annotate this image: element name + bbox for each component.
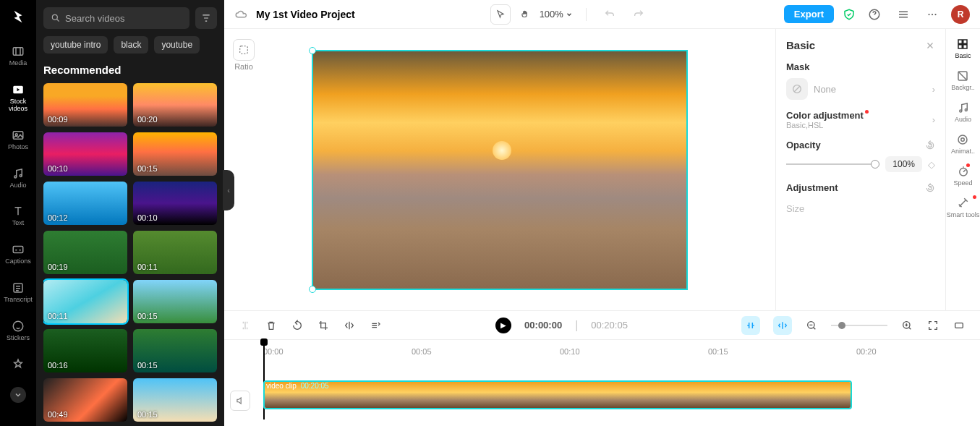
chip-youtube-intro[interactable]: youtube intro	[43, 36, 108, 54]
filter-button[interactable]	[195, 7, 217, 29]
rail-text[interactable]: Text	[0, 202, 36, 230]
thumb-duration: 00:12	[48, 213, 68, 222]
svg-rect-0	[13, 48, 23, 56]
split-icon[interactable]	[239, 319, 252, 332]
more-icon[interactable]	[922, 4, 942, 25]
zoom-display[interactable]: 100%	[540, 9, 573, 20]
mirror-icon[interactable]	[343, 319, 356, 332]
help-icon[interactable]	[864, 4, 885, 25]
shield-icon[interactable]	[843, 8, 856, 21]
ruler-tick: 00:20	[856, 347, 877, 356]
video-thumb[interactable]: 00:10	[43, 132, 127, 176]
video-thumb[interactable]: 00:12	[43, 182, 127, 225]
ratio-label: Ratio	[234, 62, 253, 71]
project-title[interactable]: My 1st Video Project	[256, 9, 355, 20]
rail-photos[interactable]: Photos	[0, 126, 36, 154]
video-thumb[interactable]: 00:20	[133, 83, 217, 127]
video-thumb[interactable]: 00:19	[43, 231, 127, 274]
opacity-value[interactable]: 100%	[885, 156, 922, 172]
slider-knob[interactable]	[871, 160, 879, 169]
video-thumb[interactable]: 00:11	[133, 231, 217, 274]
slider-knob[interactable]	[838, 322, 845, 329]
mask-selector[interactable]: None ›	[786, 78, 935, 100]
video-thumb[interactable]: 00:11	[43, 280, 127, 323]
rail-more[interactable]	[10, 387, 26, 403]
export-button[interactable]: Export	[784, 5, 834, 23]
rail-media[interactable]: Media	[0, 42, 36, 70]
zoom-in-icon[interactable]	[900, 319, 913, 332]
thumb-duration: 00:15	[137, 164, 158, 173]
ruler-tick: 00:05	[412, 347, 432, 356]
rail-media-label: Media	[9, 60, 27, 67]
reset-icon[interactable]	[925, 140, 935, 150]
proprail-audio[interactable]: Audio	[955, 101, 971, 123]
preview-stage[interactable]	[224, 29, 775, 310]
redo-button[interactable]	[629, 4, 649, 25]
video-thumb[interactable]: 00:15	[133, 378, 217, 422]
proprail-background[interactable]: Backgr..	[951, 69, 975, 91]
video-thumb[interactable]: 00:49	[43, 378, 127, 422]
avatar[interactable]: R	[951, 5, 970, 24]
chip-youtube[interactable]: youtube	[154, 36, 200, 54]
resize-handle[interactable]	[309, 286, 316, 293]
delete-icon[interactable]	[265, 319, 278, 332]
reset-icon[interactable]	[925, 183, 935, 193]
ruler-tick: 00:10	[560, 347, 580, 356]
ratio-button[interactable]: Ratio	[233, 39, 255, 71]
video-thumb[interactable]: 00:10	[133, 182, 217, 225]
cloud-icon[interactable]	[234, 8, 247, 21]
fit-icon[interactable]	[953, 319, 966, 332]
rail-captions[interactable]: Captions	[0, 240, 36, 268]
resize-handle[interactable]	[309, 47, 316, 54]
rail-effects[interactable]	[0, 355, 36, 374]
timeline-mute[interactable]	[224, 340, 256, 426]
video-thumb[interactable]: 00:15	[133, 329, 217, 372]
adjustment-row[interactable]: Adjustment	[786, 182, 935, 193]
undo-button[interactable]	[600, 4, 620, 25]
svg-point-21	[959, 110, 961, 112]
topbar: My 1st Video Project 100% Export R	[224, 0, 980, 29]
snap-button-1[interactable]	[741, 316, 760, 335]
video-thumb[interactable]: 00:15	[133, 132, 217, 176]
color-adjustment-row[interactable]: Color adjustment Basic,HSL ›	[786, 110, 935, 129]
crop-icon[interactable]	[317, 319, 330, 332]
timeline-zoom-slider[interactable]	[831, 325, 887, 326]
proprail-smart-tools[interactable]: Smart tools	[947, 197, 980, 218]
svg-rect-6	[13, 247, 23, 253]
proprail-basic[interactable]: Basic	[955, 38, 971, 59]
keyframe-icon[interactable]: ◇	[928, 159, 935, 170]
hand-tool[interactable]	[515, 4, 535, 25]
video-thumb[interactable]: 00:09	[43, 83, 127, 127]
panel-title: Basic	[786, 39, 815, 51]
indicator-dot	[865, 110, 869, 114]
preview-canvas[interactable]	[312, 50, 688, 290]
timeline-ruler[interactable]: 00:00 00:05 00:10 00:15 00:20	[256, 344, 980, 362]
video-thumb[interactable]: 00:15	[133, 280, 217, 323]
drawer-tab[interactable]: ‹	[223, 170, 234, 210]
app-logo[interactable]	[9, 7, 27, 26]
layers-icon[interactable]	[893, 4, 913, 25]
rail-audio[interactable]: Audio	[0, 164, 36, 192]
proprail-speed[interactable]: Speed	[953, 165, 972, 187]
rail-stickers[interactable]: Stickers	[0, 317, 36, 345]
snap-button-2[interactable]	[773, 316, 792, 335]
clip-toolbar: ▶ 00:00:00 | 00:20:05	[224, 310, 980, 339]
rail-stock-videos[interactable]: Stock videos	[0, 80, 36, 116]
chip-black[interactable]: black	[114, 36, 148, 54]
opacity-slider[interactable]	[786, 163, 879, 165]
chevron-right-icon: ›	[932, 84, 935, 95]
video-track-clip[interactable]	[263, 380, 852, 409]
zoom-out-icon[interactable]	[805, 319, 818, 332]
pointer-tool[interactable]	[490, 4, 511, 25]
rail-transcript[interactable]: Transcript	[0, 278, 36, 307]
color-sublabel: Basic,HSL	[786, 121, 869, 129]
fullscreen-icon[interactable]	[926, 319, 939, 332]
reverse-icon[interactable]	[291, 319, 304, 332]
play-button[interactable]: ▶	[495, 318, 511, 333]
search-input[interactable]: Search videos	[43, 7, 189, 29]
enhance-icon[interactable]	[369, 319, 382, 332]
timeline-body[interactable]: 00:00 00:05 00:10 00:15 00:20 video clip…	[256, 340, 980, 426]
proprail-animation[interactable]: Animat..	[951, 133, 975, 155]
video-thumb[interactable]: 00:16	[43, 329, 127, 372]
close-icon[interactable]	[925, 41, 935, 51]
